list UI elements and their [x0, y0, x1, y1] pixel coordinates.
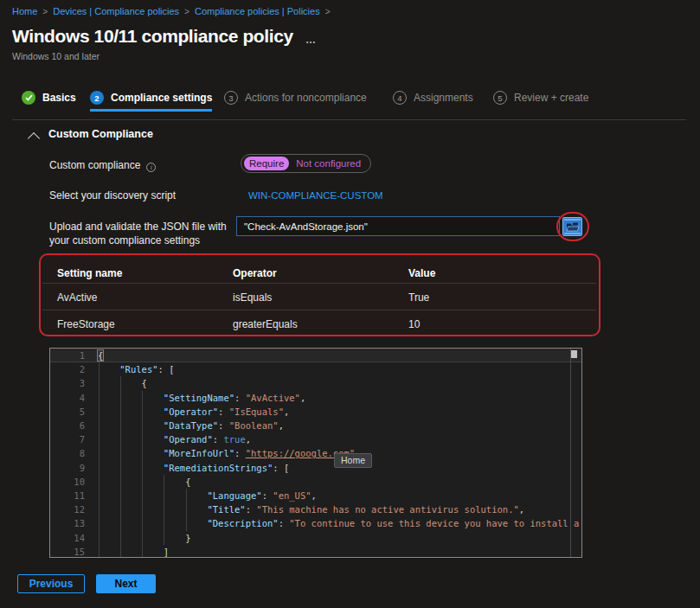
- code-token: "Operand": [164, 434, 213, 445]
- code-line-13: 13 "Description": "To continue to use th…: [50, 516, 581, 530]
- custom-compliance-label: Custom compliancei: [49, 159, 156, 172]
- table-cell: isEquals: [233, 291, 272, 304]
- table-separator: [42, 310, 596, 310]
- tab-label: Assignments: [414, 92, 473, 104]
- code-line-7: 7 "Operand": true,: [50, 432, 581, 446]
- code-token: "AvActive": [246, 393, 300, 403]
- toggle-option-not-configured[interactable]: Not configured: [291, 157, 368, 170]
- code-token: :: [213, 434, 224, 445]
- next-button[interactable]: Next: [96, 574, 156, 593]
- chevron-up-icon: [29, 131, 40, 140]
- tab-compliance-settings[interactable]: 2Compliance settings: [90, 90, 212, 106]
- table-cell: True: [408, 291, 429, 304]
- breadcrumb-separator: >: [42, 7, 48, 16]
- line-number: 11: [50, 489, 85, 502]
- table-cell: greaterEquals: [233, 318, 298, 330]
- code-token: "IsEquals": [229, 406, 284, 417]
- browse-folder-button[interactable]: [562, 217, 582, 236]
- link-tooltip: Home: [334, 453, 372, 468]
- line-number: 15: [50, 545, 85, 558]
- line-number: 1: [50, 349, 85, 362]
- tab-actions-for-noncompliance[interactable]: 3Actions for noncompliance: [224, 90, 367, 106]
- discovery-script-link[interactable]: WIN-COMPLIANCE-CUSTOM: [248, 190, 383, 201]
- code-token: "Rules": [119, 364, 157, 374]
- check-icon: [22, 91, 35, 105]
- code-line-12: 12 "Title": "This machine has no active …: [50, 502, 581, 516]
- code-line-5: 5 "Operator": "IsEquals",: [50, 405, 581, 419]
- code-line-15: 15 ]: [50, 545, 581, 558]
- active-tab-underline: [90, 109, 212, 112]
- folder-icon: [562, 217, 582, 236]
- tab-label: Actions for noncompliance: [245, 92, 367, 104]
- line-number: 7: [50, 432, 85, 446]
- code-token: "en_US": [273, 490, 311, 501]
- indent-guide: [186, 489, 187, 531]
- more-actions-icon[interactable]: …: [305, 34, 317, 46]
- code-token: "This machine has no active antivirus so…: [256, 504, 518, 515]
- table-cell: FreeStorage: [57, 318, 115, 330]
- code-token: "MoreInfoUrl": [164, 448, 234, 458]
- toggle-option-require[interactable]: Require: [244, 157, 289, 170]
- code-line-10: 10 {: [50, 475, 581, 489]
- code-token: "To continue to use this device you have…: [289, 518, 579, 528]
- code-token: {: [142, 378, 147, 388]
- info-icon[interactable]: i: [146, 163, 156, 172]
- code-token: ]: [164, 547, 169, 557]
- line-number: 5: [50, 405, 85, 419]
- breadcrumb-link[interactable]: Devices | Compliance policies: [53, 6, 179, 16]
- indent-guide: [164, 475, 164, 545]
- line-number: 9: [50, 461, 85, 475]
- code-token: ,: [279, 420, 284, 431]
- tab-basics[interactable]: Basics: [22, 90, 76, 106]
- code-token: "Boolean": [229, 420, 279, 431]
- line-number: 10: [50, 475, 85, 489]
- code-token: :: [234, 448, 246, 458]
- editor-scrollbar[interactable]: [570, 349, 571, 557]
- code-line-1: 1{: [50, 349, 581, 362]
- table-cell: 10: [408, 318, 420, 330]
- code-token: {: [98, 350, 103, 361]
- code-line-4: 4 "SettingName": "AvActive",: [50, 391, 581, 405]
- previous-button[interactable]: Previous: [17, 574, 85, 593]
- code-token: :: [218, 420, 229, 431]
- code-token: "Language": [207, 490, 261, 501]
- code-token: :: [262, 490, 273, 501]
- code-token: "Description": [207, 518, 278, 528]
- tab-label: Basics: [42, 92, 76, 104]
- json-code-editor[interactable]: 1{2 "Rules": [3 {4 "SettingName": "AvAct…: [49, 348, 582, 558]
- compliance-policy-page: Home>Devices | Compliance policies>Compl…: [0, 0, 700, 608]
- tab-review-create[interactable]: 5Review + create: [493, 90, 588, 106]
- step-number: 3: [224, 91, 238, 105]
- tab-assignments[interactable]: 4Assignments: [393, 90, 473, 106]
- section-custom-compliance[interactable]: Custom Compliance: [29, 128, 153, 140]
- line-number: 14: [50, 531, 85, 545]
- indent-guide: [120, 376, 121, 558]
- code-token: "Title": [207, 504, 245, 515]
- tab-label: Compliance settings: [111, 92, 212, 104]
- step-number: 4: [393, 91, 407, 105]
- breadcrumb-link[interactable]: Home: [12, 6, 37, 16]
- code-line-3: 3 {: [50, 376, 581, 390]
- code-token: true: [223, 434, 245, 445]
- code-token: }: [185, 533, 190, 543]
- breadcrumb-link[interactable]: Compliance policies | Policies: [195, 6, 320, 16]
- line-number: 12: [50, 502, 85, 516]
- json-file-input[interactable]: "Check-AvAndStorage.json": [236, 216, 560, 236]
- scrollbar-thumb[interactable]: [571, 350, 577, 358]
- step-number: 2: [90, 91, 104, 105]
- code-token: :: [246, 504, 257, 515]
- line-number: 8: [50, 446, 85, 460]
- line-number: 4: [50, 391, 85, 405]
- code-token: : [: [158, 364, 175, 374]
- line-number: 6: [50, 419, 85, 432]
- page-title: Windows 10/11 compliance policy: [12, 26, 293, 47]
- custom-compliance-toggle: Require Not configured: [241, 154, 371, 173]
- code-token: : [: [273, 463, 289, 473]
- line-number: 2: [50, 362, 85, 376]
- code-token: {: [185, 477, 190, 487]
- code-token: ,: [300, 393, 305, 403]
- table-separator: [42, 283, 596, 284]
- table-cell: Value: [408, 267, 435, 279]
- code-token: ,: [246, 434, 251, 445]
- breadcrumb-separator: >: [325, 7, 331, 16]
